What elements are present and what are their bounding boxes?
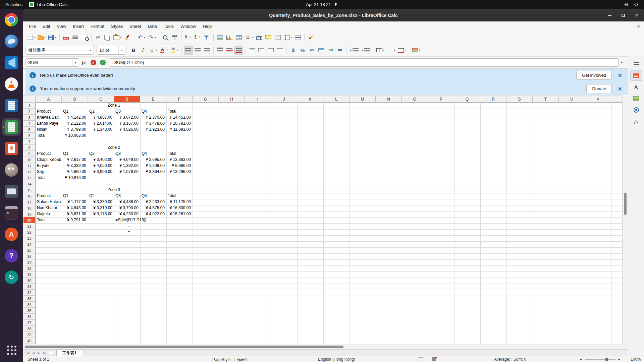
dropdown-arrow[interactable]: ▾: [155, 36, 156, 39]
dropdown-arrow[interactable]: ▾: [405, 49, 406, 52]
cell-E12[interactable]: ¥ 3,364.00: [140, 169, 166, 175]
column-header-G[interactable]: G: [193, 96, 219, 102]
cell-F17[interactable]: ¥ 11,175.00: [166, 199, 192, 205]
delete-decimal-place-button[interactable]: [336, 46, 344, 55]
cell-F16[interactable]: Total: [166, 193, 192, 199]
document-modified-icon[interactable]: [432, 357, 436, 361]
software-updater-launcher[interactable]: [2, 268, 21, 286]
cell-B20[interactable]: ¥ 9,791.00: [62, 217, 88, 223]
sheet-tab-active[interactable]: 工作表1: [56, 350, 82, 356]
close-infobar-icon[interactable]: [618, 72, 622, 79]
dropdown-arrow[interactable]: ▾: [290, 36, 292, 39]
insert-special-character-button[interactable]: Ω▾: [244, 33, 254, 42]
zoom-out-button[interactable]: [580, 357, 582, 362]
name-box[interactable]: SUM: [25, 58, 79, 67]
column-header-E[interactable]: E: [140, 96, 166, 102]
cell-E19[interactable]: ¥ 4,022.00: [140, 211, 166, 217]
row-header-12[interactable]: 12: [23, 169, 35, 175]
align-center-button[interactable]: [193, 46, 202, 55]
center-vertically-button[interactable]: [225, 46, 234, 55]
dropdown-arrow[interactable]: ▾: [166, 49, 168, 52]
column-header-S[interactable]: S: [506, 96, 533, 102]
power-icon[interactable]: [634, 2, 639, 7]
cell-C3[interactable]: ¥ 4,867.00: [88, 115, 114, 121]
gimp-launcher[interactable]: [2, 161, 21, 179]
print-preview-button[interactable]: [80, 33, 89, 42]
cell-B4[interactable]: ¥ 2,122.00: [62, 121, 88, 127]
chevron-down-icon[interactable]: [72, 59, 79, 66]
cell-F12[interactable]: ¥ 13,296.00: [166, 169, 192, 175]
cell-A8[interactable]: Zone 2: [36, 145, 192, 151]
insert-pivot-table-button[interactable]: [234, 33, 243, 42]
row-header-11[interactable]: 11: [23, 163, 35, 169]
focused-app-indicator[interactable]: LibreOffice Calc: [29, 2, 67, 7]
functions-deck-button[interactable]: [630, 116, 642, 126]
cell-D18[interactable]: ¥ 3,793.00: [114, 205, 140, 211]
font-color-button[interactable]: ▾: [159, 46, 169, 55]
sort-ascending-button[interactable]: [184, 33, 193, 42]
cell-C18[interactable]: ¥ 3,319.00: [88, 205, 114, 211]
chevron-down-icon[interactable]: [87, 46, 94, 54]
menu-sheet[interactable]: Sheet: [126, 22, 144, 30]
format-as-percent-button[interactable]: %: [298, 46, 307, 55]
cell-B10[interactable]: ¥ 2,617.00: [62, 157, 88, 163]
cell-F5[interactable]: ¥ 11,091.00: [166, 127, 192, 133]
column-header-L[interactable]: L: [323, 96, 350, 102]
volume-icon[interactable]: [624, 2, 629, 7]
row-header-4[interactable]: 4: [23, 121, 35, 127]
accept-formula-button[interactable]: [98, 58, 107, 67]
align-top-button[interactable]: [216, 46, 224, 55]
vertical-scrollbar-thumb[interactable]: [624, 193, 627, 215]
cell-D10[interactable]: ¥ 4,649.00: [114, 157, 140, 163]
row-header-16[interactable]: 16: [23, 193, 35, 199]
cell-A11[interactable]: Biryani: [36, 163, 61, 169]
row-header-39[interactable]: 39: [23, 332, 35, 338]
redo-button[interactable]: ↷▾: [147, 33, 157, 42]
add-decimal-place-button[interactable]: [326, 46, 335, 55]
row-header-31[interactable]: 31: [23, 284, 35, 290]
menu-format[interactable]: Format: [87, 22, 108, 30]
format-as-number-button[interactable]: 123: [308, 46, 316, 55]
cells-area[interactable]: Zone 1ProductQ1Q2Q3Q4TotalKhewra Salt¥ 4…: [36, 103, 622, 344]
cell-E10[interactable]: ¥ 2,695.00: [140, 157, 166, 163]
cell-D3[interactable]: ¥ 3,072.00: [114, 115, 140, 121]
dropdown-arrow[interactable]: ▾: [120, 36, 121, 39]
cell-A13[interactable]: Total: [36, 175, 61, 181]
cell-summary-indicator[interactable]: Average: ; Sum: 0: [494, 357, 526, 362]
conditional-formatting-button[interactable]: ▾: [411, 46, 421, 55]
cell-C16[interactable]: Q2: [88, 193, 114, 199]
cell-A5[interactable]: Nihari: [36, 127, 61, 133]
cell-F4[interactable]: ¥ 10,781.00: [166, 121, 192, 127]
previous-sheet-button[interactable]: ◀: [31, 351, 36, 355]
cell-A6[interactable]: Total: [36, 133, 61, 139]
align-bottom-button[interactable]: [234, 46, 243, 55]
navigator-deck-button[interactable]: [630, 105, 642, 115]
dropdown-arrow[interactable]: ▾: [419, 49, 420, 52]
format-as-currency-button[interactable]: $: [289, 46, 298, 55]
cell-B17[interactable]: ¥ 1,117.00: [62, 199, 88, 205]
paste-button[interactable]: ▾: [112, 33, 122, 42]
row-header-34[interactable]: 34: [23, 302, 35, 308]
row-header-14[interactable]: 14: [23, 181, 35, 187]
last-sheet-button[interactable]: ▶|: [41, 351, 47, 355]
decrease-indent-button[interactable]: [360, 46, 371, 55]
selection-mode-icon[interactable]: [419, 357, 423, 361]
cell-A9[interactable]: Product: [36, 151, 61, 157]
row-header-22[interactable]: 22: [23, 229, 35, 235]
wrap-text-button[interactable]: [248, 46, 256, 55]
cell-B12[interactable]: ¥ 4,860.00: [62, 169, 88, 175]
column-header-M[interactable]: M: [350, 96, 376, 102]
cell-A3[interactable]: Khewra Salt: [36, 115, 61, 121]
save-button[interactable]: ▾: [47, 33, 57, 42]
cell-A1[interactable]: Zone 1: [36, 103, 192, 109]
row-header-37[interactable]: 37: [23, 320, 35, 326]
insert-comment-button[interactable]: [264, 33, 273, 42]
menu-data[interactable]: Data: [144, 22, 160, 30]
row-header-2[interactable]: 2: [23, 109, 35, 115]
select-all-corner[interactable]: [23, 96, 36, 103]
donate-button[interactable]: Donate: [586, 84, 612, 93]
dropdown-arrow[interactable]: ▾: [55, 36, 56, 39]
cell-E16[interactable]: Q4: [140, 193, 166, 199]
format-as-date-button[interactable]: [317, 46, 326, 55]
italic-button[interactable]: I: [139, 46, 147, 55]
